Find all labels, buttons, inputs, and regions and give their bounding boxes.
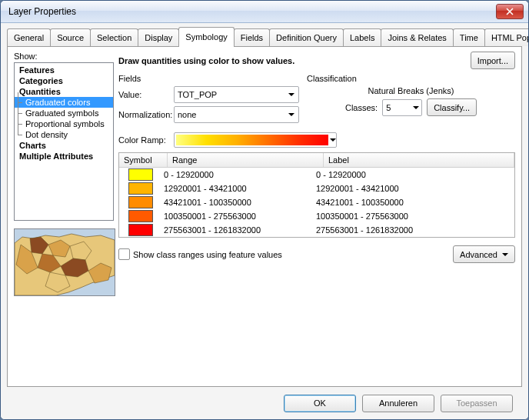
grid-body: 0 - 129200000 - 1292000012920001 - 43421… (119, 168, 514, 237)
cell-range: 100350001 - 275563000 (162, 212, 314, 221)
tab-fields[interactable]: Fields (234, 28, 270, 46)
tree-graduated-symbols[interactable]: Graduated symbols (15, 108, 113, 118)
cell-range: 275563001 - 1261832000 (162, 225, 314, 235)
tree-proportional-symbols[interactable]: Proportional symbols (15, 118, 113, 129)
grid-header: Symbol Range Label (119, 153, 514, 168)
show-tree[interactable]: Features Categories Quantities Graduated… (14, 62, 114, 221)
symbol-swatch (128, 168, 153, 181)
show-ranges-checkbox[interactable]: Show class ranges using feature values (118, 248, 282, 260)
symbol-swatch (128, 182, 153, 195)
tab-general[interactable]: General (7, 28, 51, 46)
cell-range: 0 - 12920000 (162, 170, 314, 179)
col-symbol[interactable]: Symbol (119, 153, 168, 167)
table-row[interactable]: 100350001 - 275563000100350001 - 2755630… (119, 209, 514, 223)
tab-joins-relates[interactable]: Joins & Relates (381, 28, 453, 46)
chevron-down-icon (410, 102, 421, 114)
tab-strip: GeneralSourceSelectionDisplaySymbologyFi… (7, 29, 522, 46)
value-combo[interactable]: TOT_POP (174, 86, 299, 103)
client-area: GeneralSourceSelectionDisplaySymbologyFi… (1, 23, 528, 419)
symbology-heading: Draw quantities using color to show valu… (118, 56, 471, 65)
tab-selection[interactable]: Selection (90, 28, 138, 46)
checkbox-box (118, 248, 130, 260)
ok-button[interactable]: OK (284, 395, 356, 412)
dialog-buttons: OK Annuleren Toepassen (7, 387, 522, 419)
chevron-down-icon (502, 252, 508, 258)
show-ranges-label: Show class ranges using feature values (133, 250, 282, 259)
classification-group: Classification Natural Breaks (Jenks) Cl… (307, 74, 515, 126)
titlebar: Layer Properties (1, 1, 528, 23)
close-button[interactable] (496, 4, 524, 19)
tree-dot-density[interactable]: Dot density (15, 129, 113, 140)
left-column: Show: Features Categories Quantities Gra… (14, 52, 114, 382)
classification-method: Natural Breaks (Jenks) (368, 86, 454, 95)
tab-symbology-page: Show: Features Categories Quantities Gra… (7, 46, 522, 387)
fields-group-title: Fields (118, 74, 299, 83)
chevron-down-icon (330, 135, 336, 145)
show-label: Show: (14, 52, 114, 61)
chevron-down-icon (285, 108, 297, 121)
table-row[interactable]: 275563001 - 1261832000275563001 - 126183… (119, 223, 514, 237)
tab-time[interactable]: Time (453, 28, 485, 46)
advanced-button[interactable]: Advanced (453, 245, 515, 263)
tab-display[interactable]: Display (138, 28, 179, 46)
close-icon (506, 8, 514, 15)
tab-html-popup[interactable]: HTML Popup (484, 28, 529, 46)
normalization-combo-text: none (178, 110, 196, 119)
table-row[interactable]: 43421001 - 10035000043421001 - 100350000 (119, 195, 514, 209)
chevron-down-icon (285, 88, 297, 101)
classes-label: Classes: (345, 103, 378, 112)
tab-labels[interactable]: Labels (343, 28, 381, 46)
class-grid: Symbol Range Label 0 - 129200000 - 12920… (118, 152, 515, 238)
cancel-button[interactable]: Annuleren (362, 395, 434, 412)
tab-symbology[interactable]: Symbology (178, 27, 234, 47)
symbol-swatch (128, 196, 153, 208)
right-column: Draw quantities using color to show valu… (118, 52, 515, 382)
tree-graduated-colors[interactable]: Graduated colors (15, 97, 113, 108)
classes-spin[interactable]: 5 (382, 99, 422, 116)
cell-label: 0 - 12920000 (314, 170, 514, 179)
symbol-swatch (128, 210, 153, 222)
tab-definition-query[interactable]: Definition Query (269, 28, 344, 46)
cell-label: 275563001 - 1261832000 (314, 225, 514, 235)
tab-source[interactable]: Source (50, 28, 91, 46)
import-button[interactable]: Import... (471, 52, 515, 69)
tree-charts[interactable]: Charts (15, 140, 113, 151)
advanced-button-label: Advanced (460, 250, 497, 259)
normalization-label: Normalization: (118, 110, 174, 119)
value-label: Value: (118, 90, 174, 99)
cell-range: 12920001 - 43421000 (162, 184, 314, 193)
fields-group: Fields Value: TOT_POP Normalization: no (118, 74, 299, 126)
color-ramp-combo[interactable] (174, 132, 337, 148)
table-row[interactable]: 0 - 129200000 - 12920000 (119, 168, 514, 182)
symbol-swatch (128, 224, 153, 236)
window-title: Layer Properties (5, 6, 496, 17)
apply-button[interactable]: Toepassen (441, 395, 513, 412)
normalization-combo[interactable]: none (174, 106, 299, 123)
cell-label: 12920001 - 43421000 (314, 184, 514, 193)
color-ramp-label: Color Ramp: (118, 135, 174, 145)
color-ramp-preview (176, 135, 328, 145)
layer-preview (14, 228, 115, 296)
cell-range: 43421001 - 100350000 (162, 198, 314, 207)
value-combo-text: TOT_POP (178, 90, 217, 99)
tree-quantities[interactable]: Quantities (15, 86, 113, 97)
classification-group-title: Classification (307, 74, 515, 83)
classify-button[interactable]: Classify... (427, 98, 477, 116)
tree-features[interactable]: Features (15, 65, 113, 75)
table-row[interactable]: 12920001 - 4342100012920001 - 43421000 (119, 182, 514, 195)
col-range[interactable]: Range (168, 153, 324, 167)
tree-categories[interactable]: Categories (15, 75, 113, 86)
classes-value: 5 (386, 103, 391, 112)
tree-multiple-attributes[interactable]: Multiple Attributes (15, 151, 113, 162)
col-label[interactable]: Label (324, 153, 514, 167)
cell-label: 43421001 - 100350000 (314, 198, 514, 207)
layer-properties-dialog: Layer Properties GeneralSourceSelectionD… (0, 0, 529, 420)
cell-label: 100350001 - 275563000 (314, 212, 514, 221)
